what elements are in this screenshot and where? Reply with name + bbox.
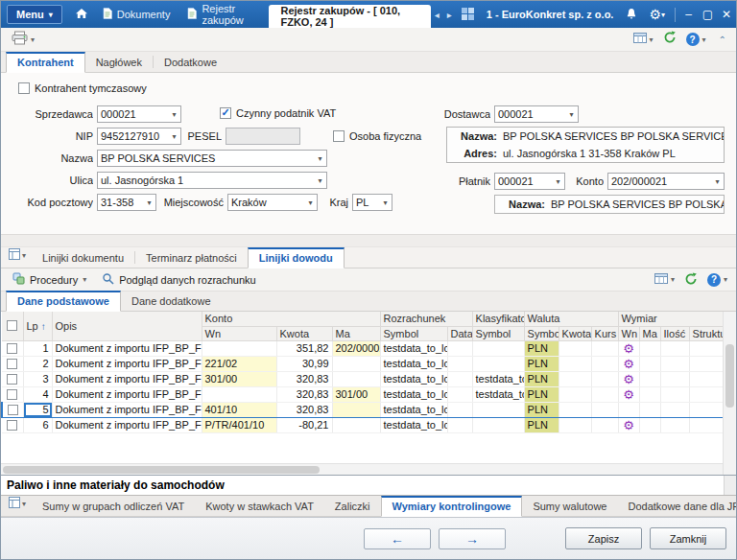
tab-kwoty-stawki-vat[interactable]: Kwoty w stawkach VAT xyxy=(195,497,324,516)
description-scrollbar[interactable] xyxy=(724,476,736,495)
group-header-waluta[interactable]: Waluta xyxy=(524,312,618,326)
tab-naglowek[interactable]: Nagłówek xyxy=(85,53,153,72)
col-header-klasyfikator-symbol[interactable]: Symbol xyxy=(472,326,524,340)
caret-down-icon[interactable]: ▾ xyxy=(379,198,392,207)
panel-splitter[interactable] xyxy=(1,234,736,247)
grid-layout-button[interactable]: ▾ xyxy=(6,246,32,268)
procedures-button[interactable]: Procedury ▾ xyxy=(5,270,94,289)
row-checkbox[interactable] xyxy=(7,343,17,354)
maximize-button[interactable]: ▢ xyxy=(699,1,718,28)
col-header-kurs[interactable]: Kurs xyxy=(591,326,618,340)
table-row[interactable]: 4 Dokument z importu IFP_BP_FK 320,83 30… xyxy=(2,386,724,402)
settings-button[interactable]: ⚙ ▾ xyxy=(643,1,671,28)
temp-contractor-checkbox[interactable]: Kontrahent tymczasowy xyxy=(18,82,147,94)
tab-linijki-dokumentu[interactable]: Linijki dokumentu xyxy=(32,248,134,268)
natural-person-checkbox[interactable]: Osoba fizyczna xyxy=(333,130,421,142)
row-checkbox[interactable] xyxy=(7,389,17,400)
tab-zaliczki[interactable]: Zaliczki xyxy=(324,497,381,516)
col-header-wymiar-wn[interactable]: Wn xyxy=(618,326,639,340)
scrollbar-thumb[interactable] xyxy=(725,344,734,408)
pesel-input[interactable] xyxy=(226,128,300,145)
titlebar-tab-rejestr[interactable]: Rejestr zakupów xyxy=(178,1,269,28)
line-description-bar[interactable]: Paliwo i inne materiały do samochodów xyxy=(1,475,736,495)
tab-dane-dodatkowe[interactable]: Dane dodatkowe xyxy=(121,292,222,311)
tab-sumy-odliczen-vat[interactable]: Sumy w grupach odliczeń VAT xyxy=(32,497,195,516)
table-row[interactable]: 2 Dokument z importu IFP_BP_FK 221/02 30… xyxy=(2,356,724,371)
col-header-data[interactable]: Data xyxy=(447,326,472,340)
home-button[interactable] xyxy=(69,1,94,28)
dimensions-gear-icon[interactable]: ⚙ xyxy=(622,373,636,385)
save-button[interactable]: Zapisz xyxy=(565,527,642,549)
caret-down-icon[interactable]: ▾ xyxy=(314,154,326,163)
notifications-button[interactable] xyxy=(620,1,643,28)
nip-combo[interactable]: 9452127910▾ xyxy=(97,128,181,145)
tab-linijki-dowodu[interactable]: Linijki dowodu xyxy=(248,247,345,268)
titlebar-tab-active[interactable]: Rejestr zakupów - [ 010, FZKO, 24 ] xyxy=(269,5,430,28)
titlebar-tab-dokumenty[interactable]: Dokumenty xyxy=(94,1,179,28)
payer-combo[interactable]: 000021▾ xyxy=(494,173,565,190)
postal-code-combo[interactable]: 31-358▾ xyxy=(97,194,156,211)
tab-terminarz-platnosci[interactable]: Terminarz płatności xyxy=(135,248,248,268)
caret-down-icon[interactable]: ▾ xyxy=(552,177,564,186)
grid-view-settings-button[interactable]: ▾ xyxy=(650,270,679,289)
seller-combo[interactable]: 000021▾ xyxy=(97,105,181,123)
vat-active-checkbox[interactable]: ✓ Czynny podatnik VAT xyxy=(220,107,336,119)
close-button[interactable]: ✕ xyxy=(717,1,736,28)
vertical-scrollbar[interactable] xyxy=(723,312,736,475)
country-combo[interactable]: PL▾ xyxy=(352,194,392,211)
col-header-struktura[interactable]: Struktu xyxy=(689,326,724,340)
row-checkbox[interactable] xyxy=(8,405,18,415)
windows-button[interactable] xyxy=(456,1,480,28)
caret-down-icon[interactable]: ▾ xyxy=(304,198,317,207)
dimensions-gear-icon[interactable]: ⚙ xyxy=(622,358,636,370)
tab-scroll-right-button[interactable]: ▸ xyxy=(443,10,456,20)
previous-record-button[interactable]: ← xyxy=(364,528,431,549)
dimensions-gear-icon[interactable]: ⚙ xyxy=(622,388,636,401)
grid-help-button[interactable]: ? ▾ xyxy=(702,271,732,289)
print-button[interactable]: ▾ xyxy=(7,29,39,51)
tab-dodatkowe[interactable]: Dodatkowe xyxy=(154,53,227,72)
col-header-rozrachunek-symbol[interactable]: Symbol xyxy=(380,326,447,340)
collapse-panel-button[interactable]: ⌃ xyxy=(711,35,730,45)
col-header-waluta-symbol[interactable]: Symbol xyxy=(524,326,559,340)
col-header-ilosc[interactable]: Ilość xyxy=(660,326,689,340)
horizontal-scrollbar[interactable] xyxy=(1,463,723,475)
row-checkbox[interactable] xyxy=(7,359,17,369)
col-header-konto-ma[interactable]: Ma xyxy=(332,326,380,340)
scrollbar-thumb[interactable] xyxy=(3,466,320,474)
tab-wymiary-kontrolingowe[interactable]: Wymiary kontrolingowe xyxy=(381,496,523,517)
company-selector[interactable]: 1 - EuroKonkret sp. z o.o. xyxy=(480,9,621,20)
select-all-checkbox[interactable] xyxy=(7,320,17,331)
group-header-wymiar[interactable]: Wymiar xyxy=(618,312,724,326)
tab-dane-podstawowe[interactable]: Dane podstawowe xyxy=(6,291,121,312)
row-checkbox[interactable] xyxy=(7,420,17,431)
group-header-rozrachunek[interactable]: Rozrachunek xyxy=(380,312,472,326)
menu-button[interactable]: Menu ▾ xyxy=(7,5,62,24)
settlement-preview-button[interactable]: Podgląd danych rozrachunku xyxy=(94,270,263,289)
view-settings-button[interactable]: ▾ xyxy=(629,29,658,50)
caret-down-icon[interactable]: ▾ xyxy=(143,198,155,207)
dimensions-gear-icon[interactable]: ⚙ xyxy=(622,342,636,355)
group-header-klasyfikator[interactable]: Klasyfikator xyxy=(472,312,524,326)
tab-dodatkowe-dane-jpk[interactable]: Dodatkowe dane dla JPK xyxy=(617,497,737,516)
street-combo[interactable]: ul. Jasnogórska 1▾ xyxy=(97,172,327,189)
caret-down-icon[interactable]: ▾ xyxy=(168,110,180,119)
grid-refresh-button[interactable] xyxy=(679,270,702,290)
minimize-button[interactable]: – xyxy=(679,1,699,28)
table-row-selected[interactable]: 5 Dokument z importu IFP_BP_FK 401/10 32… xyxy=(2,402,724,417)
col-header-waluta-kwota[interactable]: Kwota xyxy=(559,326,591,340)
row-checkbox[interactable] xyxy=(7,374,17,385)
dimensions-gear-icon[interactable]: ⚙ xyxy=(622,419,636,432)
col-header-wymiar-ma[interactable]: Ma xyxy=(639,326,660,340)
close-form-button[interactable]: Zamknij xyxy=(650,527,726,549)
caret-down-icon[interactable]: ▾ xyxy=(168,132,180,141)
group-header-konto[interactable]: Konto xyxy=(202,312,380,326)
help-button[interactable]: ? ▾ xyxy=(681,31,711,48)
tab-kontrahent[interactable]: Kontrahent xyxy=(6,52,85,73)
grid-layout-button[interactable]: ▾ xyxy=(6,495,32,516)
col-header-lp[interactable]: Lp ↑ xyxy=(23,312,52,340)
table-row[interactable]: 3 Dokument z importu IFP_BP_FK 301/00 32… xyxy=(2,371,724,386)
caret-down-icon[interactable]: ▾ xyxy=(711,177,724,186)
col-header-opis[interactable]: Opis xyxy=(52,312,202,340)
caret-down-icon[interactable]: ▾ xyxy=(314,176,326,185)
